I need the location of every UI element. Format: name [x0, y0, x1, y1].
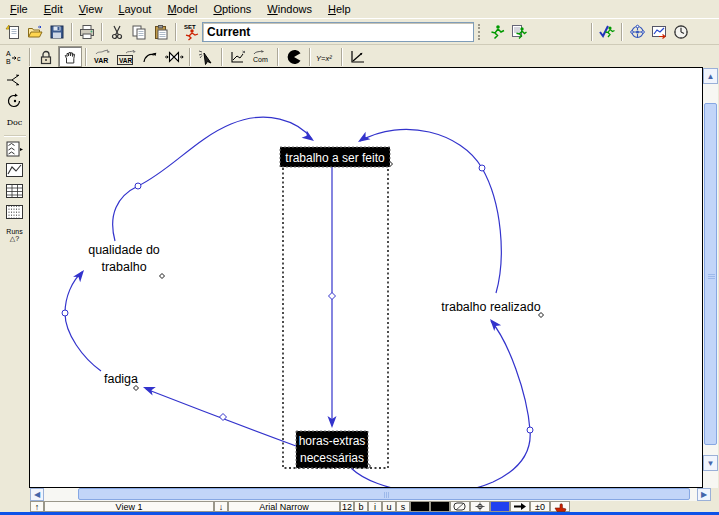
selection-rect[interactable]: [283, 148, 388, 468]
sketch-canvas[interactable]: trabalho a ser feito horas-extras necess…: [29, 67, 703, 488]
separator: [341, 48, 343, 66]
separator: [175, 23, 177, 41]
curve-handle[interactable]: [479, 165, 485, 171]
print-icon[interactable]: [76, 21, 98, 43]
view-name-field[interactable]: View 1: [44, 501, 214, 512]
svg-text:c: c: [17, 55, 21, 62]
box-variable-tool-icon[interactable]: VAR: [114, 46, 138, 67]
shape-style-button[interactable]: [450, 501, 470, 512]
save-icon[interactable]: [46, 21, 68, 43]
rate-tool-icon[interactable]: [162, 46, 186, 67]
svg-text:A: A: [6, 50, 11, 57]
equations-tool-icon[interactable]: Y=x²: [314, 46, 338, 67]
link-qualidade-to-trabalho-a-ser-feito[interactable]: [113, 117, 312, 241]
vertical-scrollbar[interactable]: ▲ ▼: [703, 68, 718, 488]
underline-button[interactable]: u: [382, 501, 396, 512]
thumb-grips: [384, 492, 385, 498]
output-windows-icon[interactable]: [648, 21, 670, 43]
view-up-button[interactable]: ↑: [30, 501, 44, 512]
runs-label: Runs: [6, 228, 22, 235]
table-icon[interactable]: [2, 181, 28, 201]
separator: [277, 48, 279, 66]
menu-help[interactable]: Help: [320, 1, 359, 18]
show-causes-hand-button[interactable]: [550, 501, 570, 512]
causal-tracing-icon[interactable]: [626, 21, 648, 43]
table-time-icon[interactable]: [2, 202, 28, 222]
node-horas-extras-necessarias[interactable]: horas-extras necessárias: [296, 431, 368, 468]
menu-model[interactable]: Model: [159, 1, 205, 18]
menu-windows[interactable]: Windows: [259, 1, 320, 18]
delete-tool-icon[interactable]: [282, 46, 306, 67]
simulation-name-input[interactable]: [202, 22, 474, 42]
link-handle[interactable]: [329, 293, 336, 300]
separator: [189, 48, 191, 66]
move-size-hand-tool-icon[interactable]: [58, 46, 82, 67]
simulation-setup-icon[interactable]: [508, 21, 530, 43]
new-file-icon[interactable]: [2, 21, 24, 43]
view-down-button[interactable]: ↓: [214, 501, 228, 512]
strike-button[interactable]: s: [396, 501, 410, 512]
model-variable-wand-tool-icon[interactable]: [194, 46, 218, 67]
shape-color-swatch[interactable]: [430, 501, 450, 512]
node-fadiga[interactable]: fadiga: [104, 372, 138, 386]
vertical-scroll-thumb[interactable]: [704, 103, 717, 445]
reference-graph-tool-icon[interactable]: [346, 46, 370, 67]
arrow-width-button[interactable]: [510, 501, 530, 512]
node-trabalho-a-ser-feito[interactable]: trabalho a ser feito: [280, 147, 390, 167]
font-name-field[interactable]: Arial Narrow: [228, 501, 340, 512]
input-output-tool-icon[interactable]: [226, 46, 250, 67]
causes-strip-icon[interactable]: [2, 139, 28, 159]
node-qualidade-do-trabalho[interactable]: qualidade do: [88, 243, 160, 257]
menu-options[interactable]: Options: [205, 1, 259, 18]
variable-tool-icon[interactable]: VAR: [90, 46, 114, 67]
runs-compare-tool[interactable]: Runs △?: [2, 223, 28, 247]
arrow-color-swatch[interactable]: [490, 501, 510, 512]
node-qualidade-do-trabalho[interactable]: trabalho: [101, 260, 146, 274]
menu-view[interactable]: View: [71, 1, 111, 18]
comment-tool-icon[interactable]: Com: [250, 46, 274, 67]
scroll-down-button[interactable]: ▼: [703, 455, 718, 471]
horizontal-scrollbar[interactable]: ◀ ▶: [30, 488, 711, 501]
cut-icon[interactable]: [106, 21, 128, 43]
scrollbar-corner: [711, 488, 719, 501]
loops-icon[interactable]: [2, 91, 28, 111]
arrow-tool-icon[interactable]: [138, 46, 162, 67]
menu-edit[interactable]: Edit: [36, 1, 71, 18]
link-fadiga-to-qualidade[interactable]: [65, 272, 101, 371]
horizontal-scroll-thumb[interactable]: [78, 488, 690, 500]
svg-text:trabalho a ser feito: trabalho a ser feito: [285, 151, 385, 165]
bold-button[interactable]: b: [354, 501, 368, 512]
open-folder-icon[interactable]: [24, 21, 46, 43]
run-simulation-icon[interactable]: [486, 21, 508, 43]
menu-file[interactable]: File: [2, 1, 36, 18]
paste-icon[interactable]: [150, 21, 172, 43]
italic-button[interactable]: i: [368, 501, 382, 512]
curve-handle[interactable]: [135, 183, 141, 189]
text-color-swatch[interactable]: [410, 501, 430, 512]
hide-level-button[interactable]: ±0: [530, 501, 550, 512]
position-button[interactable]: [470, 501, 490, 512]
font-size: 12: [342, 502, 352, 512]
document-tool[interactable]: Doc: [2, 112, 28, 132]
scroll-up-button[interactable]: ▲: [703, 68, 718, 84]
node-trabalho-realizado[interactable]: trabalho realizado: [441, 300, 540, 314]
runs-symbol: △?: [10, 235, 19, 243]
link-horas-extras-to-realizado[interactable]: [351, 321, 530, 488]
lock-tool-icon[interactable]: [34, 46, 58, 67]
time-settings-icon[interactable]: [670, 21, 692, 43]
font-size-field[interactable]: 12: [340, 501, 354, 512]
causes-tree-icon[interactable]: [2, 70, 28, 90]
copy-icon[interactable]: [128, 21, 150, 43]
set-simulation-icon[interactable]: SET: [180, 21, 202, 43]
menu-layout[interactable]: Layout: [110, 1, 159, 18]
check-model-icon[interactable]: [596, 21, 618, 43]
curve-handle[interactable]: [527, 427, 533, 433]
pointer-abc-tool-icon[interactable]: A B c: [2, 46, 26, 67]
graph-icon[interactable]: [2, 160, 28, 180]
node-handle[interactable]: [134, 386, 139, 391]
node-handle[interactable]: [160, 274, 165, 279]
separator: [4, 135, 26, 137]
scroll-right-button[interactable]: ▶: [697, 488, 711, 501]
curve-handle[interactable]: [62, 310, 68, 316]
scroll-left-button[interactable]: ◀: [30, 488, 44, 501]
